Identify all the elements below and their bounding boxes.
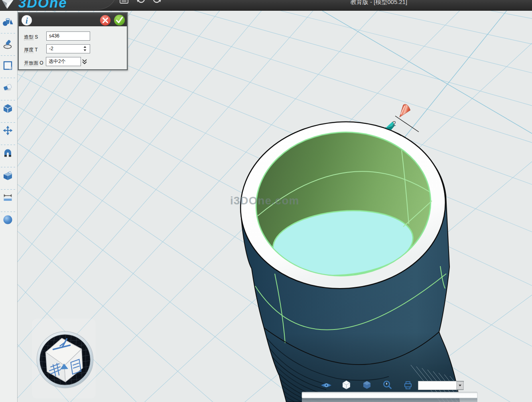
svg-text:i: i xyxy=(26,16,28,25)
svg-text:2: 2 xyxy=(392,120,396,127)
svg-text:i3DOne.com: i3DOne.com xyxy=(230,194,299,207)
